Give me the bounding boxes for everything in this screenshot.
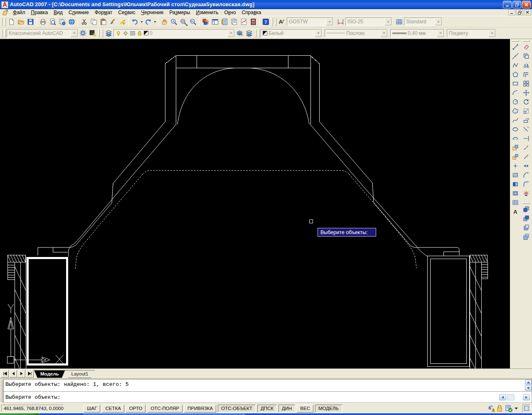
plot-button[interactable]: [38, 17, 48, 27]
doc-close-button[interactable]: [524, 10, 531, 15]
chevron-down-icon[interactable]: [315, 30, 322, 37]
toolbar-grip[interactable]: [522, 203, 530, 204]
toggle-polar[interactable]: ОТС-ПОЛЯР: [147, 405, 182, 413]
offset-button[interactable]: [521, 70, 531, 79]
customize-button[interactable]: [88, 28, 97, 38]
lineweight-combo[interactable]: 0.40 мм: [390, 29, 444, 37]
rectangle-button[interactable]: [510, 79, 520, 88]
polygon-button[interactable]: [510, 70, 520, 79]
send-under-button[interactable]: [521, 232, 531, 241]
chevron-down-icon[interactable]: [384, 18, 392, 25]
command-prompt-line[interactable]: Выберите объекты:: [4, 394, 499, 400]
hatch-button[interactable]: [510, 170, 520, 180]
tab-layout1[interactable]: Layout1: [65, 370, 95, 378]
table-button[interactable]: [510, 198, 520, 207]
save-button[interactable]: [26, 17, 35, 27]
communication-center-icon[interactable]: !: [488, 405, 495, 412]
rotate-button[interactable]: [521, 97, 531, 106]
menu-draw[interactable]: Черчение: [138, 9, 166, 16]
chevron-down-icon[interactable]: [71, 30, 78, 37]
toggle-lwt[interactable]: ВЕС: [297, 405, 313, 413]
color-combo[interactable]: Белый: [261, 29, 322, 37]
paste-button[interactable]: [99, 17, 108, 27]
layer-lock-icon[interactable]: [137, 30, 143, 36]
match-properties-button[interactable]: [108, 17, 118, 27]
markup-manager-button[interactable]: [239, 17, 249, 27]
trusted-autodesk-icon[interactable]: [505, 405, 512, 412]
table-style-combo[interactable]: Standard: [404, 17, 442, 26]
break-button[interactable]: [521, 152, 531, 161]
toggle-ducs[interactable]: ДПСК: [257, 405, 277, 413]
stretch-button[interactable]: [521, 116, 531, 125]
scroll-down-button[interactable]: [525, 385, 532, 391]
properties-button[interactable]: [201, 17, 210, 27]
restore-button[interactable]: [512, 1, 521, 8]
join-button[interactable]: [521, 161, 531, 170]
first-tab-button[interactable]: [1, 370, 9, 378]
workspace-combo[interactable]: Классический AutoCAD: [7, 29, 78, 37]
spline-button[interactable]: [510, 116, 520, 125]
toolbar-grip[interactable]: [522, 40, 530, 42]
drawing-canvas[interactable]: Выберите объекты:: [0, 39, 510, 368]
send-to-back-button[interactable]: [521, 214, 531, 223]
polyline-button[interactable]: [510, 61, 520, 70]
scroll-right-button[interactable]: [523, 394, 530, 400]
scale-button[interactable]: [521, 106, 531, 116]
layer-on-icon[interactable]: [116, 30, 121, 36]
sheetset-manager-button[interactable]: [229, 17, 239, 27]
menu-tools[interactable]: Сервис: [115, 9, 138, 16]
open-button[interactable]: [16, 17, 26, 27]
menu-insert[interactable]: Слияние: [66, 9, 92, 16]
menu-window[interactable]: Окно: [222, 9, 239, 16]
layer-properties-button[interactable]: [104, 28, 113, 38]
zoom-window-button[interactable]: [179, 17, 188, 27]
text-style-button[interactable]: [277, 17, 287, 27]
chevron-down-icon[interactable]: [380, 30, 387, 37]
block-editor-button[interactable]: [118, 17, 127, 27]
toggle-model[interactable]: МОДЕЛЬ: [315, 405, 342, 413]
table-style-button[interactable]: [394, 17, 404, 27]
toolbar-grip[interactable]: [1, 17, 2, 26]
copy-clip-button[interactable]: [89, 17, 99, 27]
menu-help[interactable]: Справка: [239, 9, 264, 16]
doc-minimize-button[interactable]: [508, 10, 515, 15]
menu-modify[interactable]: Изменить: [193, 9, 221, 16]
point-button[interactable]: [510, 161, 520, 170]
copy-button[interactable]: [521, 52, 531, 61]
pan-button[interactable]: [160, 17, 169, 27]
chevron-down-icon[interactable]: [435, 18, 442, 25]
status-menu-arrow-icon[interactable]: [514, 405, 519, 412]
designcenter-button[interactable]: [210, 17, 220, 27]
toggle-snap[interactable]: ШАГ: [84, 405, 100, 413]
workspace-settings-button[interactable]: [78, 28, 88, 38]
ellipse-arc-button[interactable]: [510, 134, 520, 143]
mirror-button[interactable]: [521, 61, 531, 70]
etransmit-button[interactable]: [67, 17, 76, 27]
redo-dropdown[interactable]: [153, 17, 157, 27]
command-window-grip[interactable]: [0, 379, 3, 403]
chamfer-button[interactable]: [521, 170, 531, 180]
array-button[interactable]: [521, 79, 531, 88]
next-tab-button[interactable]: [17, 370, 25, 378]
trim-button[interactable]: [521, 125, 531, 134]
multiline-text-button[interactable]: [510, 207, 520, 216]
region-button[interactable]: [510, 189, 520, 198]
construction-line-button[interactable]: [510, 52, 520, 61]
minimize-button[interactable]: [503, 1, 512, 8]
ellipse-button[interactable]: [510, 125, 520, 134]
zoom-previous-button[interactable]: [188, 17, 198, 27]
layer-previous-button[interactable]: [244, 28, 254, 38]
menu-file[interactable]: Файл: [10, 9, 28, 16]
new-button[interactable]: [7, 17, 16, 27]
break-at-point-button[interactable]: [521, 143, 531, 152]
menu-dimension[interactable]: Размеры: [166, 9, 193, 16]
dim-style-button[interactable]: [336, 17, 345, 27]
chevron-down-icon[interactable]: [326, 18, 333, 25]
command-history-line[interactable]: Выберите объекты: найдено: 1, всего: 5: [4, 380, 525, 391]
chevron-down-icon[interactable]: [227, 30, 234, 37]
quickcalc-button[interactable]: [249, 17, 258, 27]
gradient-button[interactable]: [510, 180, 520, 189]
linetype-combo[interactable]: Послою: [325, 29, 388, 37]
start-button-edge[interactable]: [0, 413, 39, 415]
cut-button[interactable]: [79, 17, 89, 27]
